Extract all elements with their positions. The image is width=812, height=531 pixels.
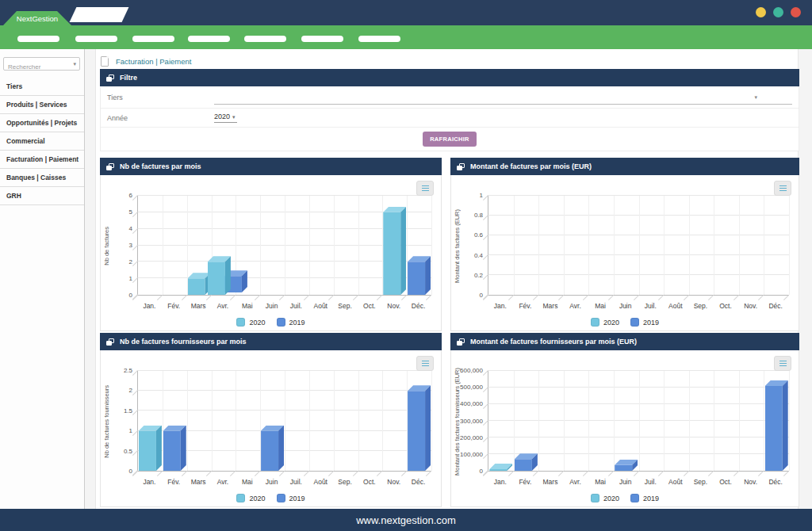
legend-label: 2019: [643, 319, 659, 327]
axis-3d-tick: [377, 295, 382, 300]
document-icon: [101, 56, 109, 67]
tiers-select[interactable]: ▾: [214, 89, 792, 105]
sidebar-item-tiers[interactable]: Tiers: [0, 78, 84, 96]
gridline-v: [309, 196, 310, 295]
filter-title: Filtre: [120, 74, 137, 82]
bar-2019-Déc.: [765, 380, 788, 471]
chevron-down-icon[interactable]: ▾: [73, 61, 76, 67]
x-tick-label: Juil.: [638, 302, 664, 310]
gridline-v: [382, 371, 383, 471]
nav-pill-2[interactable]: [75, 36, 117, 42]
gridline-v: [334, 371, 335, 471]
axis-3d-tick: [483, 295, 488, 300]
nav-pill-6[interactable]: [301, 36, 343, 42]
y-tick-label: 2: [129, 258, 132, 266]
axis-3d-tick: [658, 295, 664, 300]
x-tick-label: Mars: [186, 302, 211, 310]
sidebar-item-opportunites-projets[interactable]: Opportunités | Projets: [0, 114, 84, 132]
x-tick-label: Juin: [259, 478, 284, 486]
nav-pill-3[interactable]: [132, 36, 174, 42]
annee-select[interactable]: 2020▾: [214, 113, 237, 123]
gridline-v: [212, 371, 213, 471]
y-tick-label: 0.4: [474, 252, 483, 259]
legend-item-2020[interactable]: 2020: [591, 494, 619, 502]
gridline-v: [431, 371, 432, 471]
legend-label: 2020: [249, 495, 265, 502]
y-axis: 00.511.522.5: [101, 371, 135, 472]
x-tick-label: Oct.: [713, 478, 738, 486]
filter-row-annee: Année 2020▾: [101, 109, 799, 128]
gridline-v: [664, 371, 665, 471]
legend-item-2019[interactable]: 2019: [277, 494, 305, 502]
x-tick-label: Fév.: [162, 478, 186, 486]
y-tick-label: 100,000: [460, 451, 483, 458]
x-tick-label: Fév.: [513, 302, 538, 310]
bar-2019-Juin: [615, 460, 638, 471]
y-tick-label: 0: [129, 468, 132, 475]
gridline-v: [358, 196, 359, 295]
chart-menu-button[interactable]: [774, 356, 791, 371]
refresh-button[interactable]: RAFRAICHIR: [423, 132, 477, 147]
legend-swatch: [591, 318, 599, 327]
footer-url: www.nextgestion.com: [356, 514, 456, 526]
legend-item-2019[interactable]: 2019: [630, 494, 659, 502]
legend-label: 2020: [249, 319, 265, 327]
sidebar-item-facturation-paiement[interactable]: Facturation | Paiement: [0, 151, 84, 169]
bar-2020-Nov.: [383, 207, 406, 295]
axis-3d-tick: [783, 295, 789, 300]
chart-menu-button[interactable]: [416, 356, 434, 371]
nav-pill-5[interactable]: [244, 36, 286, 42]
sidebar-item-banques-caisses[interactable]: Banques | Caisses: [0, 169, 84, 187]
y-tick-label: 600,000: [460, 367, 483, 374]
axis-3d-tick: [230, 295, 236, 300]
legend-swatch: [630, 494, 639, 502]
legend-item-2020[interactable]: 2020: [591, 318, 619, 327]
chart-title: Montant de factures par mois (EUR): [470, 162, 592, 170]
y-axis: 00.20.40.60.81: [451, 196, 485, 296]
search-input[interactable]: [4, 61, 79, 73]
chart-panel-header: Nb de factures fournisseurs par mois: [100, 333, 442, 350]
chart-menu-button[interactable]: [774, 181, 791, 196]
gridline-v: [588, 371, 589, 471]
gridline-v: [614, 371, 615, 471]
stack-icon: [457, 338, 465, 346]
x-axis: Jan.Fév.MarsAvr.MaiJuinJuil.AoûtSep.Oct.…: [137, 302, 431, 311]
axis-3d-tick: [279, 295, 285, 300]
legend-item-2019[interactable]: 2019: [277, 318, 305, 327]
legend-item-2019[interactable]: 2019: [630, 318, 659, 327]
sidebar-item-commercial[interactable]: Commercial: [0, 132, 84, 151]
y-axis: 0100,000200,000300,000400,000500,000600,…: [451, 371, 485, 472]
legend-item-2020[interactable]: 2020: [236, 318, 265, 327]
sidebar-item-produits-services[interactable]: Produits | Services: [0, 96, 84, 114]
x-tick-label: Août: [308, 302, 333, 310]
legend-swatch: [236, 318, 245, 327]
gridline-v: [739, 196, 740, 295]
nav-pill-4[interactable]: [188, 36, 230, 42]
x-tick-label: Jan.: [137, 478, 162, 486]
x-tick-label: Nov.: [738, 478, 764, 486]
x-tick-label: Déc.: [406, 302, 431, 310]
y-tick-label: 0.6: [474, 231, 483, 239]
bar-2019-Juin: [261, 426, 284, 471]
axis-3d-tick: [633, 295, 638, 300]
x-axis: Jan.Fév.MarsAvr.MaiJuinJuil.AoûtSep.Oct.…: [137, 478, 431, 487]
logo-slash-decoration: [70, 7, 129, 22]
chart-panel-header: Nb de factures par mois: [100, 158, 442, 175]
gridline-v: [538, 371, 539, 471]
legend-label: 2020: [603, 495, 619, 502]
nav-pill-1[interactable]: [17, 36, 59, 42]
brand-logo[interactable]: NextGestion: [3, 11, 71, 25]
y-tick-label: 1: [129, 275, 132, 282]
y-tick-label: 400,000: [460, 400, 483, 407]
x-tick-label: Oct.: [713, 302, 738, 310]
y-tick-label: 200,000: [460, 434, 483, 441]
chart-menu-button[interactable]: [416, 181, 434, 196]
legend-item-2020[interactable]: 2020: [236, 494, 265, 502]
plot-area: [488, 371, 789, 472]
y-tick-label: 1: [480, 192, 483, 199]
sidebar-item-grh[interactable]: GRH: [0, 187, 84, 205]
breadcrumb-link[interactable]: Facturation | Paiement: [116, 57, 191, 66]
chart-legend: 20202019: [101, 318, 441, 327]
nav-pill-7[interactable]: [358, 36, 400, 42]
chart-body: Nb de factures fournisseurs 00.511.522.5…: [100, 350, 442, 507]
